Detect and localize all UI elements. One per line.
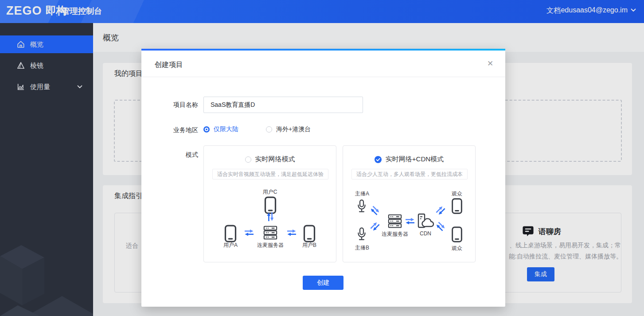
server-icon xyxy=(387,213,402,229)
diagram-user-b-label: 用户B xyxy=(294,242,324,249)
phone-icon xyxy=(302,225,316,242)
modal-header-divider xyxy=(141,77,505,77)
mode-cdn-title: 实时网络+CDN模式 xyxy=(386,155,444,164)
radio-overseas[interactable] xyxy=(266,126,272,133)
server-icon xyxy=(263,225,278,241)
mode-rtc-subtitle: 适合实时音视频互动场景，满足超低延迟体验 xyxy=(212,169,328,179)
check-circle-icon[interactable] xyxy=(375,156,382,163)
phone-icon xyxy=(451,198,463,214)
region-label: 业务地区 xyxy=(141,126,198,134)
diagram-anchor-b-label: 主播B xyxy=(355,244,369,252)
radio-overseas-option[interactable]: 海外+港澳台 xyxy=(266,125,311,133)
double-arrow-vertical-icon xyxy=(267,211,274,222)
region-radio-group: 仅限大陆 海外+港澳台 xyxy=(203,125,311,134)
mode-rtc-head: 实时网络模式 xyxy=(204,155,336,164)
diagram-user-a-label: 用户A xyxy=(215,242,246,249)
double-arrow-diagonal-icon xyxy=(369,204,381,217)
mode-label: 模式 xyxy=(141,151,198,159)
diagram-viewer-bottom-label: 观众 xyxy=(451,245,463,252)
double-arrow-diagonal-icon xyxy=(434,204,447,217)
double-arrow-icon xyxy=(405,218,415,225)
radio-mainland-label[interactable]: 仅限大陆 xyxy=(214,125,238,133)
diagram-anchor-a-label: 主播A xyxy=(355,190,369,198)
double-arrow-icon xyxy=(244,229,254,236)
radio-mainland-selected[interactable] xyxy=(203,126,210,133)
create-button[interactable]: 创建 xyxy=(303,276,343,290)
diagram-viewer-top-label: 观众 xyxy=(451,190,463,198)
close-icon[interactable]: ✕ xyxy=(485,59,496,69)
modal-title: 创建项目 xyxy=(155,60,183,70)
mode-card-rtc-cdn[interactable]: 实时网络+CDN模式 适合少人互动，多人观看场景，更低拉流成本 主播A 主播B … xyxy=(343,145,476,262)
mode-cdn-head: 实时网络+CDN模式 xyxy=(343,155,475,164)
mode-rtc-title: 实时网络模式 xyxy=(255,155,295,164)
phone-icon xyxy=(223,225,238,242)
diagram-user-c-label: 用户C xyxy=(204,188,336,196)
microphone-icon xyxy=(356,199,367,213)
mode-card-rtc[interactable]: 实时网络模式 适合实时音视频互动场景，满足超低延迟体验 用户C 用户A 连麦服务… xyxy=(203,145,336,262)
mode-cdn-subtitle: 适合少人互动，多人观看场景，更低拉流成本 xyxy=(351,169,468,179)
diagram-cdn-label: CDN xyxy=(417,230,434,237)
radio-rtc-mode[interactable] xyxy=(245,156,251,163)
cdn-cloud-icon xyxy=(417,213,434,229)
create-project-modal: 创建项目 ✕ 项目名称 业务地区 仅限大陆 海外+港澳台 模式 实时网络模式 适… xyxy=(141,49,505,307)
radio-overseas-label: 海外+港澳台 xyxy=(276,125,311,133)
diagram-server-label: 连麦服务器 xyxy=(253,242,288,249)
project-name-input[interactable] xyxy=(203,97,363,113)
double-arrow-diagonal-icon xyxy=(434,220,447,233)
diagram-server-label: 连麦服务器 xyxy=(377,230,413,238)
page: ZEGO 即构 管理控制台 文档 edusaas04@zego.im 概览 棱镜… xyxy=(0,0,644,316)
double-arrow-icon xyxy=(286,229,297,236)
microphone-icon xyxy=(356,227,367,241)
project-name-label: 项目名称 xyxy=(141,101,198,109)
modal-accent-bar xyxy=(141,49,505,51)
phone-icon xyxy=(451,226,463,242)
